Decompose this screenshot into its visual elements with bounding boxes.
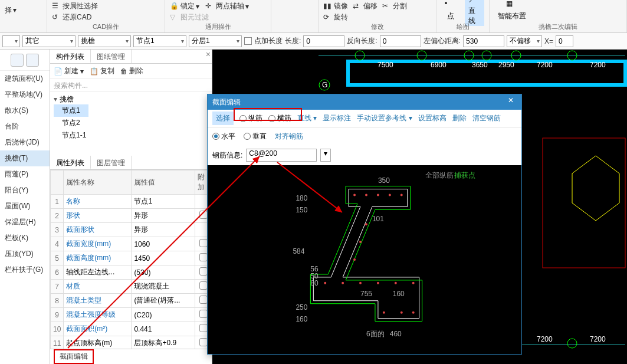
radio-vertical[interactable]: 垂直: [244, 132, 267, 142]
split-btn[interactable]: ✂分割: [382, 1, 407, 11]
copy-component-btn[interactable]: 📋复制: [90, 66, 114, 76]
dialog-close-button[interactable]: ✕: [505, 96, 517, 108]
nav-item[interactable]: 挑檐(T): [0, 150, 50, 166]
svg-text:101: 101: [372, 215, 384, 223]
svg-text:250: 250: [296, 303, 307, 311]
property-row[interactable]: 3截面形状异形: [51, 223, 212, 237]
manual-refline[interactable]: 手动设置参考线 ▾: [357, 113, 412, 123]
offset-btn[interactable]: ⇄偏移: [353, 1, 377, 11]
options-bar: 其它 挑檐 节点1 分层1 点加长度 长度: 0 反向长度: 0 左偏心距离: …: [0, 33, 627, 50]
property-row[interactable]: 1名称节点1: [51, 195, 212, 209]
property-row[interactable]: 9混凝土强度等级(C20): [51, 308, 212, 322]
svg-point-28: [365, 223, 367, 225]
select-dropdown[interactable]: 择 ▾: [5, 5, 17, 15]
svg-text:180: 180: [296, 194, 307, 202]
two-point-axis[interactable]: ✛两点辅轴 ▾: [205, 1, 249, 11]
search-input[interactable]: 搜索构件...: [50, 79, 212, 92]
input-revlen[interactable]: 0: [380, 35, 421, 47]
rebar-info-input[interactable]: C8@200: [246, 149, 317, 162]
radio-transverse[interactable]: 横筋: [268, 113, 291, 123]
panel-close-icon[interactable]: ×: [206, 50, 211, 59]
nav-item[interactable]: 阳台(Y): [0, 182, 50, 198]
rebar-info-dropdown[interactable]: ▾: [320, 149, 331, 162]
dd-node[interactable]: 节点1: [133, 35, 186, 47]
delete-component-btn[interactable]: 🗑删除: [120, 66, 143, 76]
mirror-btn[interactable]: ▮▮镜像: [323, 1, 348, 11]
clear-rebar[interactable]: 清空钢筋: [472, 113, 501, 123]
property-row[interactable]: 2形状异形: [51, 209, 212, 223]
dd-offset-mode[interactable]: 不偏移: [507, 35, 542, 47]
set-elevation[interactable]: 设置标高: [418, 113, 447, 123]
dd-category[interactable]: 其它: [22, 35, 75, 47]
svg-text:7200: 7200: [537, 335, 553, 343]
copy-icon: 📋: [90, 67, 99, 76]
nav-item[interactable]: 散水(S): [0, 103, 50, 119]
select-by-property[interactable]: ☰按属性选择: [52, 1, 98, 11]
nav-item[interactable]: 雨蓬(P): [0, 166, 50, 182]
svg-point-34: [377, 282, 379, 284]
nav-item[interactable]: 栏杆扶手(G): [0, 262, 50, 278]
col-name: 属性名称: [64, 170, 132, 195]
lock-btn[interactable]: 🔒锁定 ▾: [170, 1, 199, 11]
input-ecc[interactable]: 530: [463, 35, 504, 47]
svg-point-24: [365, 194, 367, 196]
chk-addlen[interactable]: [244, 37, 252, 45]
dd-type[interactable]: 挑檐: [78, 35, 131, 47]
nav-item[interactable]: 后浇带(JD): [0, 135, 50, 150]
delete-rebar[interactable]: 删除: [452, 113, 467, 123]
property-row[interactable]: 6轴线距左边线...(530): [51, 265, 212, 280]
svg-text:80: 80: [310, 279, 319, 287]
tab-drawing-manage[interactable]: 图纸管理: [91, 50, 132, 63]
nav-list: 建筑面积(U)平整场地(V)散水(S)台阶后浇带(JD)挑檐(T)雨蓬(P)阳台…: [0, 71, 50, 278]
property-row[interactable]: 10截面面积(m²)0.441: [51, 322, 212, 336]
ribbon: 择 ▾ ☰按属性选择 ↺还原CAD CAD操作 🔒锁定 ▾ ✛两点辅轴 ▾ ▽图…: [0, 0, 627, 33]
svg-text:6900: 6900: [431, 61, 447, 69]
property-row[interactable]: 5截面高度(mm)1450: [51, 251, 212, 265]
svg-point-32: [342, 282, 344, 284]
smart-layout[interactable]: ▦智能布置: [494, 0, 530, 21]
tree-node[interactable]: 节点1-1: [54, 129, 208, 142]
nav-item[interactable]: 台阶: [0, 119, 50, 135]
section-canvas[interactable]: 350 180 150 101 584 565080 250 160 755 1…: [208, 165, 521, 354]
input-length[interactable]: 0: [303, 35, 344, 47]
nav-item[interactable]: 建筑面积(U): [0, 71, 50, 87]
radio-horizontal[interactable]: 水平: [212, 132, 235, 142]
nav-item[interactable]: 保温层(H): [0, 214, 50, 230]
svg-marker-20: [572, 156, 619, 221]
property-table: 属性名称 属性值 附加 1名称节点12形状异形3截面形状异形4截面宽度(mm)1…: [50, 170, 212, 349]
svg-point-31: [324, 282, 326, 284]
svg-point-36: [412, 282, 415, 284]
property-row[interactable]: 8混凝土类型(普通砼(坍落...: [51, 294, 212, 308]
nav-item[interactable]: 屋面(W): [0, 198, 50, 214]
new-icon: 📄: [54, 67, 63, 76]
nav-item[interactable]: 压顶(YD): [0, 246, 50, 262]
view-list-icon[interactable]: [11, 54, 24, 67]
svg-text:160: 160: [393, 290, 405, 298]
section-edit-button[interactable]: 截面编辑: [54, 349, 94, 364]
new-component-btn[interactable]: 📄新建 ▾: [54, 66, 84, 76]
property-row[interactable]: 4截面宽度(mm)1060: [51, 237, 212, 251]
tab-layer-manage[interactable]: 图层管理: [91, 156, 132, 169]
view-grid-icon[interactable]: [26, 54, 39, 67]
property-row[interactable]: 7材质现浇混凝土: [51, 280, 212, 294]
nav-item[interactable]: 平整场地(V): [0, 87, 50, 103]
svg-text:全部纵筋: 全部纵筋: [425, 171, 454, 179]
input-x[interactable]: 0: [556, 35, 573, 47]
tree-node[interactable]: 节点2: [54, 117, 208, 129]
tab-component-list[interactable]: 构件列表: [50, 50, 91, 63]
tab-property-list[interactable]: 属性列表: [50, 156, 91, 169]
straight-line-tool[interactable]: 直线 ▾: [297, 113, 317, 123]
select-tool[interactable]: 选择: [212, 112, 234, 125]
point-tool[interactable]: •点: [441, 0, 460, 21]
dd-layer[interactable]: 分层1: [189, 35, 242, 47]
tree-root[interactable]: ▾挑檐: [54, 94, 208, 104]
tree-node[interactable]: 节点1: [54, 104, 88, 117]
ribbon-group-label: 通用操作: [170, 21, 266, 31]
radio-longitudinal[interactable]: 纵筋: [239, 113, 262, 123]
align-rebar[interactable]: 对齐钢筋: [275, 132, 303, 142]
nav-item[interactable]: 栏板(K): [0, 230, 50, 246]
property-row[interactable]: 11起点顶标高(m)层顶标高+0.9: [51, 336, 212, 349]
dd-empty[interactable]: [2, 35, 20, 47]
svg-text:150: 150: [296, 206, 307, 214]
show-dimensions[interactable]: 显示标注: [323, 113, 351, 123]
